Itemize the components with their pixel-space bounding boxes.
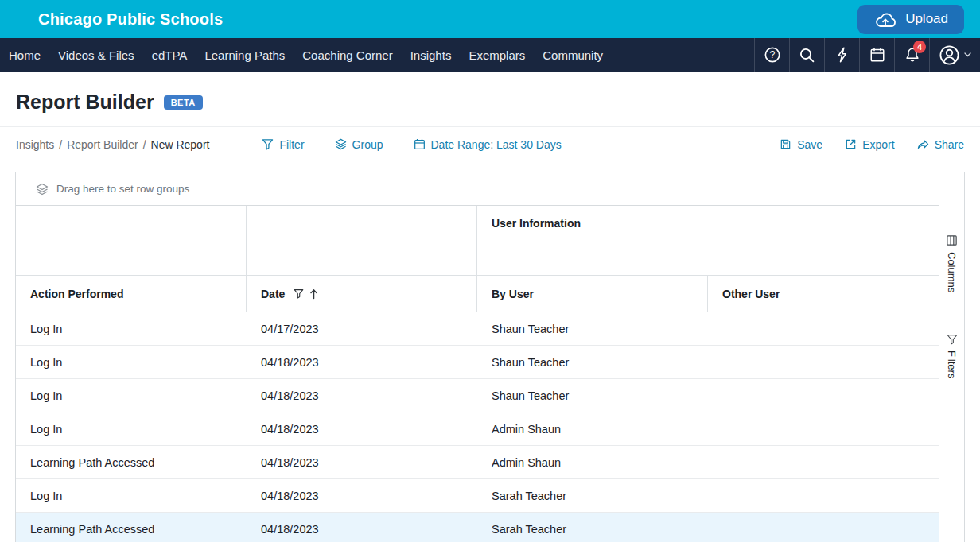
group-header-empty [247, 206, 477, 275]
cell-by-user: Shaun Teacher [477, 356, 708, 369]
brand-title: Chicago Public Schools [38, 10, 223, 29]
table-row[interactable]: Log In 04/18/2023 Sarah Teacher [16, 479, 939, 513]
upload-label: Upload [905, 11, 948, 27]
search-icon [799, 47, 815, 64]
group-header-user-information: User Information [477, 206, 939, 275]
table-row[interactable]: Learning Path Accessed 04/18/2023 Admin … [16, 446, 939, 479]
export-label: Export [862, 138, 894, 151]
group-header-empty [16, 206, 247, 275]
save-label: Save [797, 138, 822, 151]
column-label: Date [261, 288, 285, 300]
table-row[interactable]: Log In 04/18/2023 Shaun Teacher [16, 346, 939, 379]
filter-button[interactable]: Filter [262, 138, 304, 151]
row-group-drop-zone[interactable]: Drag here to set row groups [16, 172, 939, 206]
cell-date: 04/18/2023 [247, 490, 477, 502]
grid-main: Drag here to set row groups User Informa… [16, 172, 939, 542]
date-range-button[interactable]: Date Range: Last 30 Days [414, 138, 562, 151]
account-menu-button[interactable] [929, 38, 980, 72]
column-label: By User [492, 288, 534, 300]
filter-funnel-icon[interactable] [294, 288, 304, 299]
layers-icon [335, 138, 347, 150]
caret-down-icon [964, 52, 971, 57]
quick-actions-button[interactable] [824, 38, 859, 72]
nav-item-videos-files[interactable]: Videos & Files [49, 48, 143, 62]
group-button[interactable]: Group [335, 138, 383, 151]
export-icon [845, 138, 857, 150]
breadcrumb-separator: / [59, 138, 62, 151]
grid-side-bar: Columns Filters [939, 172, 964, 542]
nav-item-edtpa[interactable]: edTPA [143, 48, 196, 62]
table-row[interactable]: Log In 04/18/2023 Shaun Teacher [16, 379, 939, 412]
notifications-button[interactable]: 4 [894, 38, 929, 72]
help-icon: ? [764, 46, 781, 64]
calendar-button[interactable] [859, 38, 894, 72]
drag-hint-text: Drag here to set row groups [56, 183, 189, 195]
breadcrumb-report-builder[interactable]: Report Builder [67, 138, 138, 151]
nav-item-exemplars[interactable]: Exemplars [460, 48, 534, 62]
column-header-row: Action Performed Date [16, 276, 939, 312]
breadcrumb: Insights / Report Builder / New Report [16, 138, 209, 151]
save-button[interactable]: Save [780, 138, 822, 151]
cell-action: Log In [16, 490, 247, 502]
cell-date: 04/18/2023 [247, 456, 477, 469]
cell-action: Log In [16, 423, 247, 436]
date-range-label: Date Range: Last 30 Days [431, 138, 562, 151]
page-title: Report Builder [16, 91, 154, 114]
calendar-icon [414, 138, 426, 150]
upload-button[interactable]: Upload [858, 5, 964, 34]
filter-funnel-icon [947, 334, 958, 345]
column-label: Other User [722, 288, 780, 300]
share-label: Share [935, 138, 964, 151]
lightning-icon [834, 47, 850, 63]
nav-item-coaching-corner[interactable]: Coaching Corner [294, 48, 401, 62]
column-header-by-user[interactable]: By User [477, 276, 708, 312]
nav-item-insights[interactable]: Insights [402, 48, 461, 62]
cell-by-user: Admin Shaun [477, 456, 708, 469]
cell-by-user: Shaun Teacher [477, 389, 708, 402]
report-grid: Drag here to set row groups User Informa… [15, 172, 965, 542]
report-toolbar: Insights / Report Builder / New Report F… [0, 126, 980, 161]
page-header: Report Builder BETA [0, 72, 980, 126]
main-nav: Home Videos & Files edTPA Learning Paths… [0, 38, 980, 72]
table-row[interactable]: Log In 04/18/2023 Admin Shaun [16, 412, 939, 446]
cell-by-user: Admin Shaun [477, 423, 708, 436]
help-button[interactable]: ? [754, 38, 789, 72]
cell-action: Log In [16, 323, 247, 335]
breadcrumb-insights[interactable]: Insights [16, 138, 54, 151]
side-tab-filters-label: Filters [946, 350, 958, 378]
save-icon [780, 138, 791, 150]
side-tab-columns[interactable]: Columns [946, 234, 958, 292]
cell-by-user: Sarah Teacher [477, 523, 708, 536]
filter-funnel-icon [262, 138, 274, 150]
svg-text:?: ? [769, 49, 775, 60]
column-label: Action Performed [30, 288, 123, 300]
column-group-header-row: User Information [16, 206, 939, 276]
cell-date: 04/17/2023 [247, 323, 477, 335]
cell-date: 04/18/2023 [247, 356, 477, 369]
notification-badge: 4 [913, 41, 926, 53]
upload-cloud-icon [873, 11, 897, 28]
cell-date: 04/18/2023 [247, 523, 477, 536]
group-label: Group [352, 138, 383, 151]
cell-action: Log In [16, 356, 247, 369]
column-header-other-user[interactable]: Other User [708, 276, 939, 312]
table-row[interactable]: Log In 04/17/2023 Shaun Teacher [16, 312, 939, 346]
cell-date: 04/18/2023 [247, 389, 477, 402]
export-button[interactable]: Export [845, 138, 894, 151]
column-header-action-performed[interactable]: Action Performed [16, 276, 247, 312]
cell-by-user: Shaun Teacher [477, 323, 708, 335]
table-row[interactable]: Learning Path Accessed 04/18/2023 Sarah … [16, 513, 939, 542]
nav-item-home[interactable]: Home [0, 48, 49, 62]
breadcrumb-new-report: New Report [151, 138, 210, 151]
breadcrumb-separator: / [143, 138, 146, 151]
search-button[interactable] [789, 38, 824, 72]
share-button[interactable]: Share [917, 138, 964, 151]
filter-label: Filter [279, 138, 304, 151]
sort-ascending-icon[interactable] [309, 288, 319, 300]
calendar-icon [869, 47, 885, 63]
nav-item-learning-paths[interactable]: Learning Paths [196, 48, 294, 62]
cell-by-user: Sarah Teacher [477, 490, 708, 502]
column-header-date[interactable]: Date [247, 276, 477, 312]
side-tab-filters[interactable]: Filters [946, 334, 958, 378]
nav-item-community[interactable]: Community [534, 48, 612, 62]
